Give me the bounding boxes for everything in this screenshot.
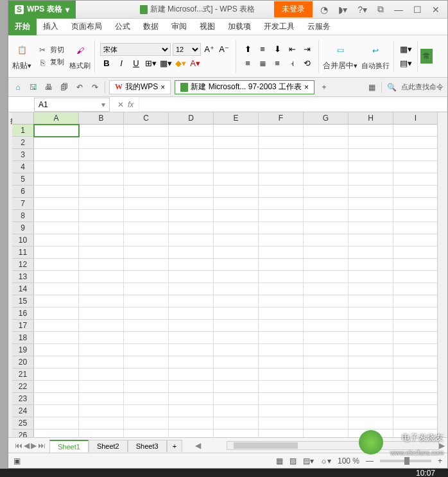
- cell[interactable]: [349, 210, 393, 222]
- column-header[interactable]: G: [304, 112, 349, 125]
- decrease-font-button[interactable]: A⁻: [218, 43, 230, 56]
- cell[interactable]: [259, 198, 304, 210]
- cell[interactable]: [259, 210, 304, 222]
- cell[interactable]: [124, 161, 169, 173]
- cell[interactable]: [259, 234, 304, 247]
- close-tab-icon[interactable]: ×: [304, 83, 309, 92]
- cell[interactable]: [124, 137, 169, 149]
- ribbon-toggle-icon[interactable]: ⧉: [375, 3, 386, 16]
- cell[interactable]: [349, 417, 393, 429]
- cell[interactable]: [349, 332, 393, 344]
- cell[interactable]: [393, 283, 437, 295]
- fill-color-button[interactable]: ◆▾: [174, 57, 187, 70]
- cell[interactable]: [259, 381, 304, 393]
- cell[interactable]: [124, 369, 169, 381]
- cell[interactable]: [304, 429, 349, 437]
- cell[interactable]: [169, 344, 214, 356]
- cell[interactable]: [34, 234, 79, 247]
- cell[interactable]: [259, 344, 304, 356]
- orientation-button[interactable]: ⟲: [300, 57, 313, 70]
- hscroll-right-icon[interactable]: ▶: [439, 441, 445, 450]
- cell[interactable]: [304, 161, 349, 173]
- cell[interactable]: [259, 332, 304, 344]
- cell[interactable]: [393, 381, 437, 393]
- cell[interactable]: [34, 417, 79, 429]
- cell[interactable]: [214, 125, 259, 137]
- cell[interactable]: [393, 137, 437, 149]
- cell[interactable]: [393, 429, 437, 437]
- cell[interactable]: [304, 283, 349, 295]
- cell-style-button[interactable]: ▦▾: [159, 57, 172, 70]
- cell[interactable]: [124, 173, 169, 186]
- cell[interactable]: [259, 271, 304, 283]
- row-header[interactable]: 20: [12, 356, 34, 369]
- cell[interactable]: [79, 332, 124, 344]
- cell[interactable]: [304, 356, 349, 369]
- cell[interactable]: [259, 247, 304, 259]
- minimize-button[interactable]: —: [392, 3, 406, 16]
- login-button[interactable]: 未登录: [274, 1, 313, 17]
- cell[interactable]: [304, 271, 349, 283]
- merge-center-button[interactable]: ▭ 合并居中▾: [322, 40, 359, 73]
- cell[interactable]: [259, 149, 304, 161]
- cell[interactable]: [393, 198, 437, 210]
- prev-sheet-icon[interactable]: ◀: [24, 441, 30, 450]
- cell[interactable]: [124, 405, 169, 417]
- cell[interactable]: [34, 161, 79, 173]
- cell[interactable]: [34, 381, 79, 393]
- cell[interactable]: [169, 161, 214, 173]
- doc-tab-mywps[interactable]: W 我的WPS ×: [109, 80, 171, 94]
- cell[interactable]: [259, 283, 304, 295]
- cell[interactable]: [169, 405, 214, 417]
- align-bottom-button[interactable]: ⬇: [271, 43, 284, 56]
- cell[interactable]: [259, 320, 304, 332]
- cell[interactable]: [304, 308, 349, 320]
- cell[interactable]: [304, 393, 349, 405]
- cell[interactable]: [259, 393, 304, 405]
- cell[interactable]: [214, 259, 259, 271]
- cell[interactable]: [124, 308, 169, 320]
- cell[interactable]: [169, 356, 214, 369]
- cell[interactable]: [169, 210, 214, 222]
- align-left-button[interactable]: ≡: [241, 57, 254, 70]
- cell[interactable]: [34, 308, 79, 320]
- cell[interactable]: [349, 125, 393, 137]
- menu-insert[interactable]: 插入: [37, 19, 65, 35]
- cell[interactable]: [214, 186, 259, 198]
- cell[interactable]: [34, 405, 79, 417]
- cell[interactable]: [79, 320, 124, 332]
- cell[interactable]: [349, 283, 393, 295]
- cell[interactable]: [349, 369, 393, 381]
- cell[interactable]: [259, 369, 304, 381]
- redo-icon[interactable]: ↷: [89, 82, 101, 93]
- row-header[interactable]: 3: [12, 149, 34, 161]
- tab-list-icon[interactable]: ▦: [366, 82, 377, 93]
- cell[interactable]: [214, 161, 259, 173]
- cell[interactable]: [79, 137, 124, 149]
- font-color-button[interactable]: A▾: [189, 57, 202, 70]
- cell[interactable]: [34, 173, 79, 186]
- font-name-select[interactable]: 宋体: [100, 43, 171, 56]
- horizontal-scrollbar[interactable]: [227, 441, 439, 450]
- cell[interactable]: [79, 259, 124, 271]
- cell[interactable]: [214, 149, 259, 161]
- cell[interactable]: [349, 198, 393, 210]
- cell[interactable]: [34, 295, 79, 308]
- cell[interactable]: [393, 247, 437, 259]
- cell[interactable]: [349, 381, 393, 393]
- cell[interactable]: [79, 405, 124, 417]
- menu-developer[interactable]: 开发工具: [257, 19, 301, 35]
- cell[interactable]: [393, 295, 437, 308]
- align-top-button[interactable]: ⬆: [241, 43, 254, 56]
- row-header[interactable]: 18: [12, 332, 34, 344]
- cell[interactable]: [124, 393, 169, 405]
- row-header[interactable]: 16: [12, 308, 34, 320]
- cell[interactable]: [259, 222, 304, 234]
- cell[interactable]: [169, 149, 214, 161]
- cell[interactable]: [304, 344, 349, 356]
- cell[interactable]: [79, 369, 124, 381]
- cell[interactable]: [393, 344, 437, 356]
- cell[interactable]: [34, 247, 79, 259]
- column-header[interactable]: F: [259, 112, 304, 125]
- menu-home[interactable]: 开始: [8, 19, 37, 35]
